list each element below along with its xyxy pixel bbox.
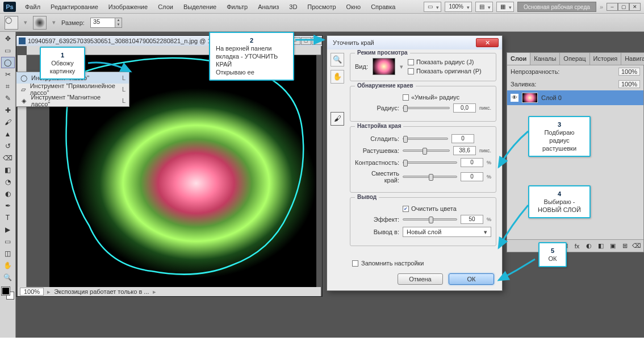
new-layer-icon[interactable]: ⊞ <box>620 242 629 250</box>
feather-value[interactable]: 38,6 <box>453 146 476 155</box>
extras-select[interactable]: ▦ <box>496 2 514 12</box>
fill-value[interactable]: 100% <box>618 80 640 88</box>
layer-mask-icon[interactable]: ◐ <box>584 242 593 250</box>
zoom-select[interactable]: 100% <box>445 2 472 12</box>
eyedropper-tool[interactable]: ✎ <box>1 93 15 104</box>
smooth-value[interactable]: 0 <box>451 134 474 143</box>
color-swatches[interactable] <box>2 287 14 300</box>
hand-tool[interactable]: ✋ <box>1 260 15 271</box>
layer-group-icon[interactable]: ▣ <box>608 242 617 250</box>
brush-preview-icon[interactable] <box>33 16 47 30</box>
stamp-tool[interactable]: ▲ <box>1 128 15 140</box>
show-original-checkbox[interactable]: Показать оригинал (P) <box>408 68 482 74</box>
remember-settings-checkbox[interactable]: Запомнить настройки <box>352 260 424 267</box>
path-select-tool[interactable]: ▶ <box>1 224 15 235</box>
doc-maximize-button[interactable]: ▢ <box>301 37 311 45</box>
menu-layers[interactable]: Слои <box>153 2 178 12</box>
brush-size-input[interactable]: 35 <box>90 18 115 28</box>
panel-tabs: Слои Каналы Операц История Навигато <box>507 53 643 65</box>
radius-slider[interactable] <box>403 107 450 109</box>
effect-slider[interactable] <box>403 218 457 221</box>
menu-help[interactable]: Справка <box>366 2 400 12</box>
menu-select[interactable]: Выделение <box>179 2 221 12</box>
menu-file[interactable]: Файл <box>20 2 45 12</box>
output-to-select[interactable]: Новый слой <box>403 227 491 237</box>
gradient-tool[interactable]: ◧ <box>1 164 15 176</box>
pen-tool[interactable]: ✒ <box>1 200 15 211</box>
flyout-magnetic-lasso-key: L <box>122 97 126 104</box>
edge-detection-legend: Обнаружение краев <box>355 82 416 89</box>
workspace-chevron-icon[interactable]: » <box>600 3 603 10</box>
type-tool[interactable]: T <box>1 212 15 223</box>
menu-edit[interactable]: Редактирование <box>46 2 103 12</box>
shape-tool[interactable]: ▭ <box>1 236 15 247</box>
marquee-tool[interactable]: ▭ <box>1 45 15 56</box>
radius-value[interactable]: 0,0 <box>453 103 476 113</box>
document-icon <box>19 38 26 44</box>
shift-value[interactable]: 0 <box>461 172 483 181</box>
layer-name[interactable]: Слой 0 <box>541 94 562 101</box>
layer-fx-icon[interactable]: fx <box>572 243 582 250</box>
delete-layer-icon[interactable]: ⌫ <box>632 242 641 250</box>
tab-layers[interactable]: Слои <box>507 53 530 65</box>
view-thumbnail[interactable] <box>373 58 395 75</box>
flyout-poly-lasso[interactable]: ▱ Инструмент "Прямолинейное лассо" L <box>16 84 129 95</box>
view-mode-fieldset: Режим просмотра Вид: ▾ Показать радиус (… <box>350 53 496 81</box>
opacity-label: Непрозрачность: <box>511 68 559 75</box>
foreground-swatch[interactable] <box>2 287 10 295</box>
lasso-tool[interactable]: ◯ <box>1 57 15 68</box>
zoom-tool[interactable]: 🔍 <box>1 272 15 283</box>
ok-button[interactable]: ОК <box>449 273 494 285</box>
heal-tool[interactable]: ✚ <box>1 105 15 116</box>
current-tool-preset-icon[interactable]: ◯ <box>5 16 18 30</box>
menu-window[interactable]: Окно <box>342 2 366 12</box>
feather-slider[interactable] <box>403 149 450 152</box>
doc-close-button[interactable]: ✕ <box>312 37 322 45</box>
cancel-button[interactable]: Отмена <box>398 273 443 285</box>
opacity-value[interactable]: 100% <box>618 68 640 76</box>
menu-image[interactable]: Изображение <box>104 2 152 12</box>
effect-value[interactable]: 50 <box>461 215 483 224</box>
doc-zoom-value[interactable]: 100% <box>20 288 44 296</box>
tab-history[interactable]: История <box>590 53 622 65</box>
menu-3d[interactable]: 3D <box>285 2 302 12</box>
contrast-slider[interactable] <box>403 161 457 164</box>
arrange-select[interactable]: ▤ <box>475 2 493 12</box>
menu-view[interactable]: Просмотр <box>303 2 340 12</box>
dialog-title: Уточнить край <box>333 39 374 46</box>
smooth-slider[interactable] <box>403 138 448 140</box>
menu-analysis[interactable]: Анализ <box>253 2 283 12</box>
show-radius-checkbox[interactable]: Показать радиус (J) <box>408 59 482 65</box>
dialog-titlebar[interactable]: Уточнить край ✕ <box>327 36 502 49</box>
blur-tool[interactable]: ◔ <box>1 176 15 188</box>
adjustment-layer-icon[interactable]: ◧ <box>596 242 605 250</box>
layer-thumbnail[interactable] <box>522 93 538 103</box>
decontaminate-checkbox[interactable]: ✔Очистить цвета <box>403 205 457 212</box>
workspace-switcher[interactable]: Основная рабочая среда <box>517 2 596 12</box>
tab-channels[interactable]: Каналы <box>530 53 560 65</box>
lasso-icon: ◯ <box>20 74 28 82</box>
smart-radius-checkbox[interactable]: «Умный» радиус <box>403 94 459 101</box>
move-tool[interactable]: ✥ <box>1 33 15 44</box>
layer-item[interactable]: 👁 Слой 0 <box>507 90 643 105</box>
menu-filter[interactable]: Фильтр <box>222 2 252 12</box>
maximize-button[interactable]: ▢ <box>618 3 629 11</box>
history-brush-tool[interactable]: ↺ <box>1 140 15 152</box>
minimize-button[interactable]: – <box>607 3 618 11</box>
close-button[interactable]: ✕ <box>629 3 641 11</box>
tab-navigator[interactable]: Навигато <box>621 53 644 65</box>
screen-mode-select[interactable]: ▭ <box>424 2 441 12</box>
brush-tool[interactable]: 🖌 <box>1 117 15 128</box>
dodge-tool[interactable]: ◐ <box>1 188 15 200</box>
brush-size-stepper[interactable]: ▲▼ <box>115 18 122 28</box>
eraser-tool[interactable]: ⌫ <box>1 152 15 164</box>
contrast-value[interactable]: 0 <box>461 158 483 167</box>
tab-actions[interactable]: Операц <box>560 53 589 65</box>
quick-select-tool[interactable]: ✂ <box>1 69 15 80</box>
3d-tool[interactable]: ◫ <box>1 248 15 259</box>
crop-tool[interactable]: ⌗ <box>1 81 15 92</box>
layer-visibility-icon[interactable]: 👁 <box>511 94 518 102</box>
dialog-close-button[interactable]: ✕ <box>476 38 499 47</box>
flyout-magnetic-lasso[interactable]: ◈ Инструмент "Магнитное лассо" L <box>16 95 129 106</box>
shift-slider[interactable] <box>403 176 457 178</box>
